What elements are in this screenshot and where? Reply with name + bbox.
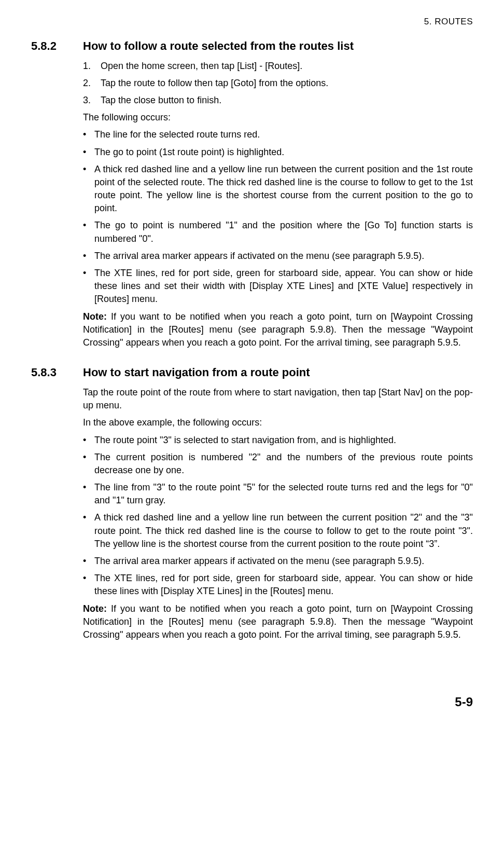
bullet-list: •The route point "3" is selected to star… (83, 434, 473, 598)
section-number: 5.8.2 (31, 38, 83, 54)
ordered-list: 1. Open the home screen, then tap [List]… (83, 60, 473, 107)
page-number: 5-9 (31, 693, 473, 711)
section-title: How to follow a route selected from the … (83, 38, 473, 54)
note-paragraph: Note: If you want to be notified when yo… (83, 602, 473, 642)
note-text: If you want to be notified when you reac… (83, 311, 473, 348)
list-item: •The line from "3" to the route point "5… (83, 481, 473, 507)
list-item: • A thick red dashed line and a yellow l… (83, 163, 473, 215)
note-label: Note: (83, 311, 107, 322)
section-number: 5.8.3 (31, 365, 83, 381)
list-item: •A thick red dashed line and a yellow li… (83, 511, 473, 551)
list-item: •The arrival area marker appears if acti… (83, 555, 473, 568)
intro-text: In the above example, the following occu… (83, 416, 473, 429)
section-583: 5.8.3 How to start navigation from a rou… (31, 365, 473, 641)
list-item: •The XTE lines, red for port side, green… (83, 572, 473, 598)
list-item: •The go to point (1st route point) is hi… (83, 146, 473, 159)
intro-text: The following occurs: (83, 111, 473, 124)
chapter-header: 5. ROUTES (31, 16, 473, 28)
section-title: How to start navigation from a route poi… (83, 365, 473, 381)
list-item: 1. Open the home screen, then tap [List]… (83, 60, 473, 73)
list-item: •The line for the selected route turns r… (83, 128, 473, 141)
list-item: •The current position is numbered "2" an… (83, 451, 473, 477)
list-item: •The arrival area marker appears if acti… (83, 250, 473, 263)
lead-text: Tap the route point of the route from wh… (83, 386, 473, 412)
bullet-list: •The line for the selected route turns r… (83, 128, 473, 306)
note-paragraph: Note: If you want to be notified when yo… (83, 310, 473, 350)
section-582: 5.8.2 How to follow a route selected fro… (31, 38, 473, 349)
list-item: •The route point "3" is selected to star… (83, 434, 473, 447)
list-item: •The XTE lines, red for port side, green… (83, 267, 473, 306)
list-item: 3. Tap the close button to finish. (83, 94, 473, 107)
note-text: If you want to be notified when you reac… (83, 603, 473, 640)
note-label: Note: (83, 603, 107, 614)
list-item: •The go to point is numbered "1" and the… (83, 219, 473, 245)
list-item: 2. Tap the route to follow then tap [Got… (83, 77, 473, 90)
